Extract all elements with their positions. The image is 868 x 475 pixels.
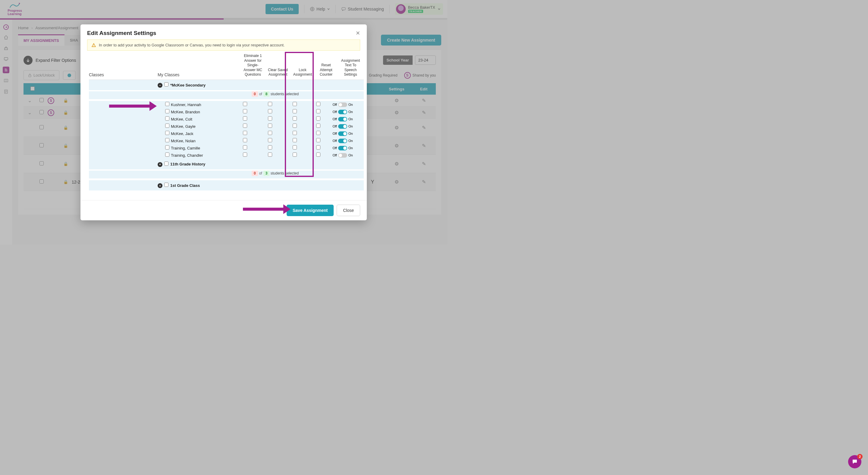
tts-on-label: On [348,110,353,114]
eliminate-checkbox[interactable] [243,124,247,128]
lock-checkbox[interactable] [293,138,297,142]
clear-checkbox[interactable] [268,102,272,106]
edit-assignment-settings-modal: Edit Assignment Settings ✕ In order to a… [81,24,367,220]
eliminate-checkbox[interactable] [243,102,247,106]
eliminate-checkbox[interactable] [243,109,247,113]
tts-toggle[interactable] [338,139,347,143]
lock-checkbox[interactable] [293,131,297,135]
warning-icon [92,43,96,47]
save-assignment-button[interactable]: Save Assignment [287,204,334,216]
tts-toggle[interactable] [338,110,347,114]
lock-checkbox[interactable] [293,109,297,113]
class-name: *McKee Secondary [170,83,364,87]
tts-off-label: Off [333,103,337,106]
class-expand-toggle[interactable]: + [158,161,164,167]
student-name: McKee, Nolan [170,139,232,143]
col-tts: Assignment Text To Speech Settings [337,59,364,77]
tts-toggle[interactable] [338,131,347,136]
clear-checkbox[interactable] [268,116,272,121]
tts-toggle[interactable] [338,146,347,150]
close-button[interactable]: Close [337,204,360,216]
class-checkbox[interactable] [164,183,168,187]
student-name: Training, Chandler [170,153,232,158]
student-name: McKee, Gayle [170,124,232,129]
lock-checkbox[interactable] [293,116,297,121]
eliminate-checkbox[interactable] [243,131,247,135]
class-expand-toggle[interactable]: − [158,82,164,88]
student-checkbox[interactable] [165,109,169,113]
lock-checkbox[interactable] [293,145,297,150]
tts-off-label: Off [333,139,337,142]
class-expand-toggle[interactable]: + [158,183,164,188]
clear-checkbox[interactable] [268,145,272,150]
student-checkbox[interactable] [165,138,169,142]
reset-checkbox[interactable] [316,145,320,150]
student-count: 0of8 students selected [252,91,364,99]
clear-checkbox[interactable] [268,138,272,142]
annotation-arrow-2 [243,204,290,214]
student-row: McKee, Nolan Off On [89,137,364,145]
reset-checkbox[interactable] [316,124,320,128]
alert-banner: In order to add your activity to Google … [87,39,360,51]
student-row: McKee, Gayle Off On [89,123,364,130]
eliminate-checkbox[interactable] [243,116,247,121]
clear-checkbox[interactable] [268,131,272,135]
student-checkbox[interactable] [165,102,169,106]
reset-checkbox[interactable] [316,116,320,121]
close-icon[interactable]: ✕ [355,30,360,36]
student-row: McKee, Jack Off On [89,130,364,137]
col-eliminate: Eliminate 1 Answer for Single-Answer MC … [240,54,266,77]
lock-checkbox[interactable] [293,102,297,106]
reset-checkbox[interactable] [316,109,320,113]
classes-label: Classes [89,72,158,77]
student-row: McKee, Colt Off On [89,116,364,123]
tts-toggle[interactable] [338,153,347,158]
tts-on-label: On [348,146,353,150]
tts-off-label: Off [333,117,337,121]
col-clear: Clear Saved Assignment [266,68,290,77]
my-classes-label: My Classes [158,72,240,77]
student-row: Training, Camille Off On [89,145,364,152]
tts-on-label: On [348,103,353,106]
tts-toggle[interactable] [338,124,347,129]
student-name: McKee, Jack [170,131,232,136]
tts-toggle[interactable] [338,102,347,107]
col-reset: Reset Attempt Counter [315,63,337,77]
class-checkbox[interactable] [164,82,168,87]
class-row: + 11th Grade History [89,159,364,169]
col-lock: Lock Assignment [290,68,315,77]
clear-checkbox[interactable] [268,153,272,157]
student-checkbox[interactable] [165,131,169,135]
student-row: Training, Chandler Off On [89,152,364,159]
lock-checkbox[interactable] [293,124,297,128]
eliminate-checkbox[interactable] [243,153,247,157]
student-checkbox[interactable] [165,116,169,121]
clear-checkbox[interactable] [268,109,272,113]
student-name: Training, Camille [170,146,232,150]
student-name: Kushner, Hannah [170,102,232,107]
tts-off-label: Off [333,153,337,157]
student-checkbox[interactable] [165,145,169,150]
student-checkbox[interactable] [165,153,169,157]
reset-checkbox[interactable] [316,153,320,157]
tts-off-label: Off [333,110,337,114]
student-checkbox[interactable] [165,124,169,128]
reset-checkbox[interactable] [316,131,320,135]
class-checkbox[interactable] [164,162,168,166]
modal-title: Edit Assignment Settings [87,30,156,36]
tts-on-label: On [348,139,353,142]
student-count: 0of3 students selected [252,170,364,179]
class-name: 1st Grade Class [170,183,364,188]
tts-off-label: Off [333,132,337,135]
reset-checkbox[interactable] [316,102,320,106]
class-name: 11th Grade History [170,162,364,166]
tts-on-label: On [348,117,353,121]
clear-checkbox[interactable] [268,124,272,128]
reset-checkbox[interactable] [316,138,320,142]
eliminate-checkbox[interactable] [243,138,247,142]
eliminate-checkbox[interactable] [243,145,247,150]
tts-off-label: Off [333,146,337,150]
alert-text: In order to add your activity to Google … [99,43,284,47]
lock-checkbox[interactable] [293,153,297,157]
tts-toggle[interactable] [338,117,347,122]
